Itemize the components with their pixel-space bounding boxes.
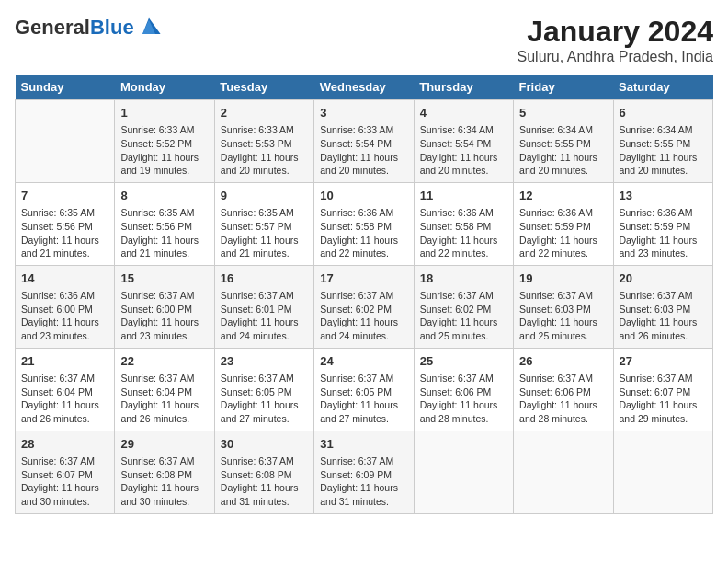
day-number: 28 [21,436,108,453]
day-number: 20 [620,270,707,287]
day-info: Sunrise: 6:36 AM Sunset: 6:00 PM Dayligh… [21,289,108,343]
calendar-cell: 13Sunrise: 6:36 AM Sunset: 5:59 PM Dayli… [613,182,712,265]
day-info: Sunrise: 6:37 AM Sunset: 6:07 PM Dayligh… [21,454,108,509]
day-info: Sunrise: 6:35 AM Sunset: 5:56 PM Dayligh… [21,206,108,260]
calendar-cell: 12Sunrise: 6:36 AM Sunset: 5:59 PM Dayli… [514,182,613,265]
day-info: Sunrise: 6:36 AM Sunset: 5:59 PM Dayligh… [620,206,707,260]
day-info: Sunrise: 6:37 AM Sunset: 6:08 PM Dayligh… [120,454,208,509]
day-info: Sunrise: 6:37 AM Sunset: 6:09 PM Dayligh… [320,454,407,509]
calendar-cell: 30Sunrise: 6:37 AM Sunset: 6:08 PM Dayli… [214,431,313,513]
weekday-header: Sunday [16,75,115,100]
day-number: 7 [21,188,108,204]
day-info: Sunrise: 6:34 AM Sunset: 5:54 PM Dayligh… [420,123,507,178]
page-header: GeneralBlue January 2024 Suluru, Andhra … [15,15,713,65]
weekday-header: Monday [115,75,214,100]
day-info: Sunrise: 6:37 AM Sunset: 6:03 PM Dayligh… [519,289,607,343]
day-info: Sunrise: 6:33 AM Sunset: 5:53 PM Dayligh… [221,123,308,178]
day-info: Sunrise: 6:37 AM Sunset: 6:04 PM Dayligh… [21,372,108,426]
calendar-cell: 8Sunrise: 6:35 AM Sunset: 5:56 PM Daylig… [115,182,214,265]
day-info: Sunrise: 6:37 AM Sunset: 6:02 PM Dayligh… [320,289,407,343]
calendar-header-row: SundayMondayTuesdayWednesdayThursdayFrid… [16,75,713,100]
calendar-cell: 2Sunrise: 6:33 AM Sunset: 5:53 PM Daylig… [214,100,313,183]
logo-general-text: General [15,16,90,39]
day-number: 30 [221,436,308,453]
calendar-cell: 31Sunrise: 6:37 AM Sunset: 6:09 PM Dayli… [314,431,414,513]
day-number: 11 [420,188,507,204]
day-number: 23 [221,353,308,370]
page-subtitle: Suluru, Andhra Pradesh, India [518,49,713,65]
calendar-week-row: 1Sunrise: 6:33 AM Sunset: 5:52 PM Daylig… [16,100,713,183]
calendar-cell: 4Sunrise: 6:34 AM Sunset: 5:54 PM Daylig… [414,100,513,183]
day-number: 26 [519,353,607,370]
day-info: Sunrise: 6:34 AM Sunset: 5:55 PM Dayligh… [620,123,707,178]
day-number: 2 [221,105,308,121]
day-info: Sunrise: 6:35 AM Sunset: 5:56 PM Dayligh… [120,206,208,260]
day-number: 10 [320,188,407,204]
day-number: 17 [320,270,407,287]
day-info: Sunrise: 6:36 AM Sunset: 5:58 PM Dayligh… [320,206,407,260]
calendar-week-row: 7Sunrise: 6:35 AM Sunset: 5:56 PM Daylig… [16,182,713,265]
day-info: Sunrise: 6:36 AM Sunset: 5:58 PM Dayligh… [420,206,507,260]
day-number: 5 [519,105,607,121]
day-info: Sunrise: 6:36 AM Sunset: 5:59 PM Dayligh… [519,206,607,260]
day-info: Sunrise: 6:37 AM Sunset: 6:03 PM Dayligh… [620,289,707,343]
day-info: Sunrise: 6:37 AM Sunset: 6:08 PM Dayligh… [221,454,308,509]
day-number: 22 [120,353,208,370]
logo-icon [136,15,162,40]
day-info: Sunrise: 6:37 AM Sunset: 6:06 PM Dayligh… [519,372,607,426]
day-info: Sunrise: 6:37 AM Sunset: 6:05 PM Dayligh… [320,372,407,426]
day-number: 3 [320,105,407,121]
day-info: Sunrise: 6:37 AM Sunset: 6:06 PM Dayligh… [420,372,507,426]
calendar-week-row: 28Sunrise: 6:37 AM Sunset: 6:07 PM Dayli… [16,431,713,513]
day-number: 9 [221,188,308,204]
day-number: 31 [320,436,407,453]
calendar-cell: 11Sunrise: 6:36 AM Sunset: 5:58 PM Dayli… [414,182,513,265]
calendar-cell: 5Sunrise: 6:34 AM Sunset: 5:55 PM Daylig… [514,100,613,183]
day-number: 19 [519,270,607,287]
calendar-cell: 26Sunrise: 6:37 AM Sunset: 6:06 PM Dayli… [514,348,613,431]
calendar-cell: 15Sunrise: 6:37 AM Sunset: 6:00 PM Dayli… [115,265,214,348]
weekday-header: Saturday [613,75,712,100]
day-number: 6 [620,105,707,121]
calendar-cell: 19Sunrise: 6:37 AM Sunset: 6:03 PM Dayli… [514,265,613,348]
calendar-cell: 20Sunrise: 6:37 AM Sunset: 6:03 PM Dayli… [613,265,712,348]
calendar-cell: 3Sunrise: 6:33 AM Sunset: 5:54 PM Daylig… [314,100,414,183]
weekday-header: Friday [514,75,613,100]
logo: GeneralBlue [15,15,162,40]
calendar-cell: 14Sunrise: 6:36 AM Sunset: 6:00 PM Dayli… [16,265,115,348]
calendar-cell: 27Sunrise: 6:37 AM Sunset: 6:07 PM Dayli… [613,348,712,431]
day-number: 16 [221,270,308,287]
calendar-week-row: 14Sunrise: 6:36 AM Sunset: 6:00 PM Dayli… [16,265,713,348]
day-info: Sunrise: 6:37 AM Sunset: 6:01 PM Dayligh… [221,289,308,343]
calendar-cell: 28Sunrise: 6:37 AM Sunset: 6:07 PM Dayli… [16,431,115,513]
calendar-cell: 7Sunrise: 6:35 AM Sunset: 5:56 PM Daylig… [16,182,115,265]
day-number: 14 [21,270,108,287]
calendar-cell: 18Sunrise: 6:37 AM Sunset: 6:02 PM Dayli… [414,265,513,348]
day-info: Sunrise: 6:37 AM Sunset: 6:02 PM Dayligh… [420,289,507,343]
title-block: January 2024 Suluru, Andhra Pradesh, Ind… [518,15,713,65]
calendar-cell: 21Sunrise: 6:37 AM Sunset: 6:04 PM Dayli… [16,348,115,431]
day-number: 8 [120,188,208,204]
calendar-cell: 29Sunrise: 6:37 AM Sunset: 6:08 PM Dayli… [115,431,214,513]
day-info: Sunrise: 6:37 AM Sunset: 6:00 PM Dayligh… [120,289,208,343]
calendar-cell: 23Sunrise: 6:37 AM Sunset: 6:05 PM Dayli… [214,348,313,431]
calendar-cell [613,431,712,513]
calendar-cell: 17Sunrise: 6:37 AM Sunset: 6:02 PM Dayli… [314,265,414,348]
calendar-cell: 25Sunrise: 6:37 AM Sunset: 6:06 PM Dayli… [414,348,513,431]
day-info: Sunrise: 6:37 AM Sunset: 6:05 PM Dayligh… [221,372,308,426]
calendar-cell [414,431,513,513]
day-info: Sunrise: 6:37 AM Sunset: 6:04 PM Dayligh… [120,372,208,426]
calendar-table: SundayMondayTuesdayWednesdayThursdayFrid… [15,75,713,514]
weekday-header: Wednesday [314,75,414,100]
day-number: 12 [519,188,607,204]
day-number: 18 [420,270,507,287]
day-number: 27 [620,353,707,370]
day-number: 4 [420,105,507,121]
calendar-cell: 6Sunrise: 6:34 AM Sunset: 5:55 PM Daylig… [613,100,712,183]
calendar-cell: 22Sunrise: 6:37 AM Sunset: 6:04 PM Dayli… [115,348,214,431]
day-info: Sunrise: 6:33 AM Sunset: 5:52 PM Dayligh… [120,123,208,178]
day-number: 1 [120,105,208,121]
calendar-cell: 10Sunrise: 6:36 AM Sunset: 5:58 PM Dayli… [314,182,414,265]
day-number: 13 [620,188,707,204]
day-number: 15 [120,270,208,287]
